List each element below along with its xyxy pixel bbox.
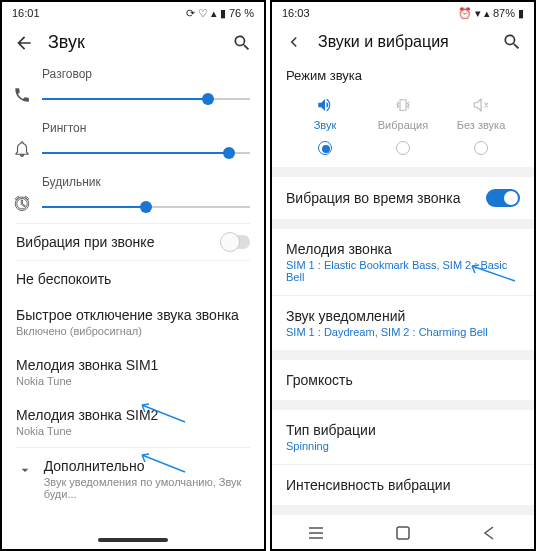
ringtone-group: Мелодия звонка SIM 1 : Elastic Bookmark … xyxy=(272,229,534,350)
vibration-intensity-row[interactable]: Интенсивность вибрации xyxy=(272,465,534,505)
sim2-ringtone-row[interactable]: Мелодия звонка SIM2 Nokia Tune xyxy=(2,397,264,447)
search-icon[interactable] xyxy=(502,32,522,52)
battery-text: 76 % xyxy=(229,7,254,19)
sim2-label: Мелодия звонка SIM2 xyxy=(16,407,250,423)
search-icon[interactable] xyxy=(232,33,252,53)
call-volume-row: Разговор xyxy=(2,61,264,115)
more-label: Дополнительно xyxy=(44,458,250,474)
battery-text: 87% xyxy=(493,7,515,19)
svg-rect-0 xyxy=(397,527,409,539)
volume-row[interactable]: Громкость xyxy=(272,360,534,400)
more-row[interactable]: Дополнительно Звук уведомления по умолча… xyxy=(2,448,264,510)
heart-icon: ♡ xyxy=(198,7,208,20)
status-time: 16:03 xyxy=(282,7,310,19)
more-sub: Звук уведомления по умолчанию, Звук буди… xyxy=(44,476,250,500)
header: Звуки и вибрация xyxy=(272,24,534,56)
radio-vibration[interactable] xyxy=(396,141,410,155)
back-icon[interactable] xyxy=(284,32,304,52)
sound-icon xyxy=(286,95,364,115)
mode-vibration-label: Вибрация xyxy=(364,119,442,131)
vibrate-during-call-row[interactable]: Вибрация во время звонка xyxy=(272,177,534,219)
ringtone-slider[interactable] xyxy=(42,143,250,163)
notification-sound-row[interactable]: Звук уведомлений SIM 1 : Daydream, SIM 2… xyxy=(272,296,534,350)
alarm-label: Будильник xyxy=(42,175,250,189)
call-label: Разговор xyxy=(42,67,250,81)
notif-label: Звук уведомлений xyxy=(286,308,488,324)
notif-sub: SIM 1 : Daydream, SIM 2 : Charming Bell xyxy=(286,326,488,338)
sim1-ringtone-row[interactable]: Мелодия звонка SIM1 Nokia Tune xyxy=(2,347,264,397)
vibrate-call-label: Вибрация во время звонка xyxy=(286,190,461,206)
alarm-icon: ⏰ xyxy=(458,7,472,20)
ringtone-label: Рингтон xyxy=(42,121,250,135)
dnd-row[interactable]: Не беспокоить xyxy=(2,261,264,297)
ringtone-label: Мелодия звонка xyxy=(286,241,520,257)
page-title: Звуки и вибрация xyxy=(318,33,488,51)
volume-label: Громкость xyxy=(286,372,353,388)
radio-silent[interactable] xyxy=(474,141,488,155)
call-slider[interactable] xyxy=(42,89,250,109)
sound-mode-title: Режим звука xyxy=(286,68,520,83)
vibration-icon xyxy=(364,95,442,115)
phone-left: 16:01 ⟳ ♡ ▴ ▮ 76 % Звук xyxy=(0,0,266,551)
status-bar: 16:03 ⏰ ▾ ▴ 87% ▮ xyxy=(272,2,534,24)
vibintensity-label: Интенсивность вибрации xyxy=(286,477,450,493)
header: Звук xyxy=(2,24,264,61)
sim1-label: Мелодия звонка SIM1 xyxy=(16,357,250,373)
vibration-type-row[interactable]: Тип вибрации Spinning xyxy=(272,410,534,465)
battery-icon: ▮ xyxy=(518,7,524,20)
status-time: 16:01 xyxy=(12,7,40,19)
nav-home-icon[interactable] xyxy=(394,524,412,546)
dnd-label: Не беспокоить xyxy=(16,271,250,287)
settings-body: Режим звука Звук Вибрация xyxy=(272,56,534,551)
radio-sound[interactable] xyxy=(318,141,332,155)
status-icons: ⟳ ♡ ▴ ▮ 76 % xyxy=(186,7,254,20)
vibrate-toggle[interactable] xyxy=(220,235,250,249)
back-icon[interactable] xyxy=(14,33,34,53)
ringtone-row[interactable]: Мелодия звонка SIM 1 : Elastic Bookmark … xyxy=(272,229,534,296)
ringtone-volume-row: Рингтон xyxy=(2,115,264,169)
mode-sound-label: Звук xyxy=(286,119,364,131)
vibrate-call-toggle[interactable] xyxy=(486,189,520,207)
chevron-down-icon xyxy=(16,460,34,480)
alarm-volume-row: Будильник xyxy=(2,169,264,223)
status-bar: 16:01 ⟳ ♡ ▴ ▮ 76 % xyxy=(2,2,264,24)
signal-icon: ▴ xyxy=(484,7,490,20)
phone-icon xyxy=(12,85,32,105)
quickmute-sub: Включено (вибросигнал) xyxy=(16,325,250,337)
sim1-sub: Nokia Tune xyxy=(16,375,250,387)
alarm-slider[interactable] xyxy=(42,197,250,217)
vibrate-on-call-row[interactable]: Вибрация при звонке xyxy=(2,224,264,260)
nav-pill[interactable] xyxy=(98,538,168,542)
nav-back-icon[interactable] xyxy=(481,524,499,546)
vibration-group: Тип вибрации Spinning Интенсивность вибр… xyxy=(272,410,534,505)
battery-icon: ▮ xyxy=(220,7,226,20)
nav-bar xyxy=(2,531,264,549)
sim2-sub: Nokia Tune xyxy=(16,425,250,437)
vibtype-label: Тип вибрации xyxy=(286,422,376,438)
nav-bar xyxy=(272,521,534,549)
alarm-icon xyxy=(12,193,32,213)
quickmute-row[interactable]: Быстрое отключение звука звонка Включено… xyxy=(2,297,264,347)
mode-silent[interactable]: Без звука xyxy=(442,95,520,131)
mode-silent-label: Без звука xyxy=(442,119,520,131)
mode-sound[interactable]: Звук xyxy=(286,95,364,131)
sync-icon: ⟳ xyxy=(186,7,195,20)
signal-icon: ▴ xyxy=(211,7,217,20)
settings-body: Разговор Рингтон xyxy=(2,61,264,510)
mode-vibration[interactable]: Вибрация xyxy=(364,95,442,131)
bell-icon xyxy=(12,139,32,159)
quickmute-label: Быстрое отключение звука звонка xyxy=(16,307,250,323)
mute-icon xyxy=(442,95,520,115)
page-title: Звук xyxy=(48,32,218,53)
sound-mode-card: Режим звука Звук Вибрация xyxy=(272,56,534,167)
status-icons: ⏰ ▾ ▴ 87% ▮ xyxy=(458,7,524,20)
ringtone-sub: SIM 1 : Elastic Bookmark Bass, SIM 2 : B… xyxy=(286,259,520,283)
phone-right: 16:03 ⏰ ▾ ▴ 87% ▮ Звуки и вибрация Режим… xyxy=(270,0,536,551)
nav-recent-icon[interactable] xyxy=(307,524,325,546)
vibtype-sub: Spinning xyxy=(286,440,376,452)
vibrate-label: Вибрация при звонке xyxy=(16,234,154,250)
wifi-icon: ▾ xyxy=(475,7,481,20)
